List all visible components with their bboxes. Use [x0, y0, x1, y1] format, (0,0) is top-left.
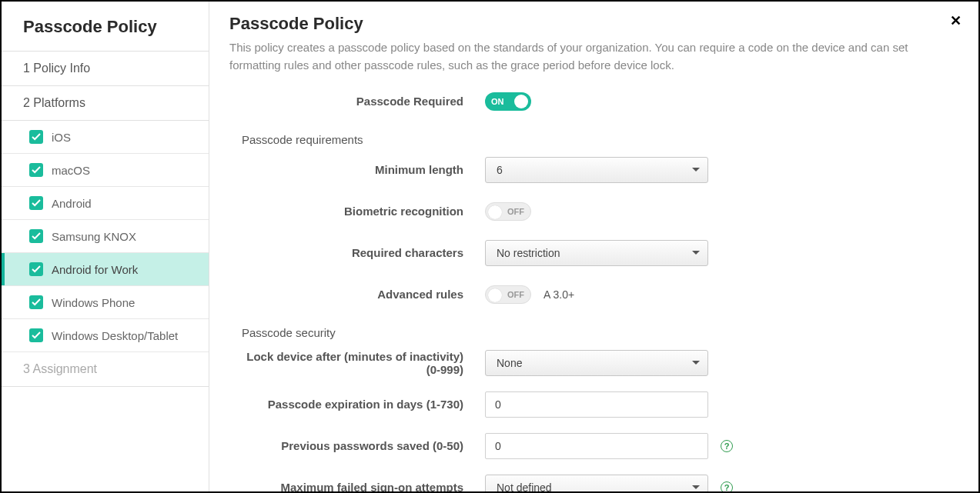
- platform-samsung-knox[interactable]: Samsung KNOX: [2, 220, 209, 253]
- platform-label: Windows Phone: [52, 296, 135, 309]
- label-min-length: Minimum length: [229, 163, 485, 176]
- row-biometric: Biometric recognition OFF: [229, 198, 958, 225]
- label-lock-after: Lock device after (minutes of inactivity…: [229, 350, 485, 376]
- label-advanced-rules: Advanced rules: [229, 288, 485, 301]
- toggle-knob: [514, 95, 528, 108]
- select-value: None: [497, 357, 522, 369]
- checkmark-icon: [29, 295, 43, 309]
- advanced-rules-note: A 3.0+: [544, 288, 574, 301]
- platform-label: Samsung KNOX: [52, 230, 136, 243]
- row-required-chars: Required characters No restriction: [229, 240, 958, 266]
- close-icon[interactable]: ✕: [950, 12, 962, 29]
- step-assignment[interactable]: 3 Assignment: [2, 352, 209, 387]
- help-icon[interactable]: ?: [721, 481, 733, 492]
- label-expiration: Passcode expiration in days (1-730): [229, 398, 485, 411]
- chevron-down-icon: [692, 251, 700, 255]
- platform-label: Android for Work: [52, 263, 138, 276]
- toggle-knob: [488, 205, 502, 219]
- platform-label: Windows Desktop/Tablet: [52, 329, 178, 342]
- help-icon[interactable]: ?: [721, 440, 733, 452]
- row-max-failed: Maximum failed sign-on attempts Not defi…: [229, 475, 958, 492]
- row-min-length: Minimum length 6: [229, 157, 958, 183]
- label-prev-passwords: Previous passwords saved (0-50): [229, 439, 485, 452]
- platform-android[interactable]: Android: [2, 187, 209, 220]
- row-prev-passwords: Previous passwords saved (0-50) ?: [229, 433, 958, 459]
- platform-label: macOS: [52, 164, 90, 177]
- toggle-knob: [488, 288, 502, 302]
- platform-macos[interactable]: macOS: [2, 154, 209, 187]
- toggle-off-label: OFF: [507, 290, 524, 299]
- select-min-length[interactable]: 6: [485, 157, 708, 183]
- toggle-off-label: OFF: [507, 207, 524, 216]
- select-required-chars[interactable]: No restriction: [485, 240, 708, 266]
- checkmark-icon: [29, 229, 43, 243]
- chevron-down-icon: [692, 168, 700, 172]
- input-prev-passwords[interactable]: [485, 433, 708, 459]
- row-advanced-rules: Advanced rules OFF A 3.0+: [229, 281, 958, 308]
- select-lock-after[interactable]: None: [485, 350, 708, 376]
- checkmark-icon: [29, 130, 43, 144]
- sidebar-title: Passcode Policy: [2, 2, 209, 52]
- chevron-down-icon: [692, 361, 700, 365]
- toggle-passcode-required[interactable]: ON: [485, 92, 531, 111]
- row-expiration: Passcode expiration in days (1-730): [229, 391, 958, 418]
- select-value: No restriction: [497, 247, 560, 259]
- page-title: Passcode Policy: [229, 14, 958, 34]
- checkmark-icon: [29, 163, 43, 177]
- platform-windows-phone[interactable]: Windows Phone: [2, 286, 209, 319]
- select-max-failed[interactable]: Not defined: [485, 475, 708, 492]
- chevron-down-icon: [692, 485, 700, 489]
- label-max-failed: Maximum failed sign-on attempts: [229, 481, 485, 491]
- checkmark-icon: [29, 262, 43, 276]
- toggle-advanced-rules[interactable]: OFF: [485, 285, 531, 304]
- section-passcode-requirements: Passcode requirements: [229, 130, 958, 157]
- row-lock-after: Lock device after (minutes of inactivity…: [229, 350, 958, 376]
- toggle-biometric[interactable]: OFF: [485, 202, 531, 221]
- platform-label: iOS: [52, 131, 71, 144]
- page-description: This policy creates a passcode policy ba…: [229, 38, 938, 75]
- checkmark-icon: [29, 196, 43, 210]
- select-value: Not defined: [497, 481, 552, 492]
- main-panel: ✕ Passcode Policy This policy creates a …: [209, 2, 978, 491]
- label-biometric: Biometric recognition: [229, 205, 485, 218]
- platform-label: Android: [52, 197, 92, 210]
- step-platforms[interactable]: 2 Platforms: [2, 86, 209, 121]
- checkmark-icon: [29, 328, 43, 342]
- section-passcode-security: Passcode security: [229, 323, 958, 350]
- step-policy-info[interactable]: 1 Policy Info: [2, 52, 209, 86]
- platform-android-for-work[interactable]: Android for Work: [2, 253, 209, 286]
- row-passcode-required: Passcode Required ON: [229, 88, 958, 115]
- app-window: Passcode Policy 1 Policy Info 2 Platform…: [0, 0, 980, 493]
- sidebar: Passcode Policy 1 Policy Info 2 Platform…: [2, 2, 209, 491]
- toggle-on-label: ON: [491, 97, 504, 106]
- label-passcode-required: Passcode Required: [229, 95, 485, 108]
- select-value: 6: [497, 164, 503, 176]
- platform-windows-desktop-tablet[interactable]: Windows Desktop/Tablet: [2, 319, 209, 352]
- label-required-chars: Required characters: [229, 246, 485, 259]
- platform-ios[interactable]: iOS: [2, 121, 209, 154]
- input-expiration[interactable]: [485, 391, 708, 418]
